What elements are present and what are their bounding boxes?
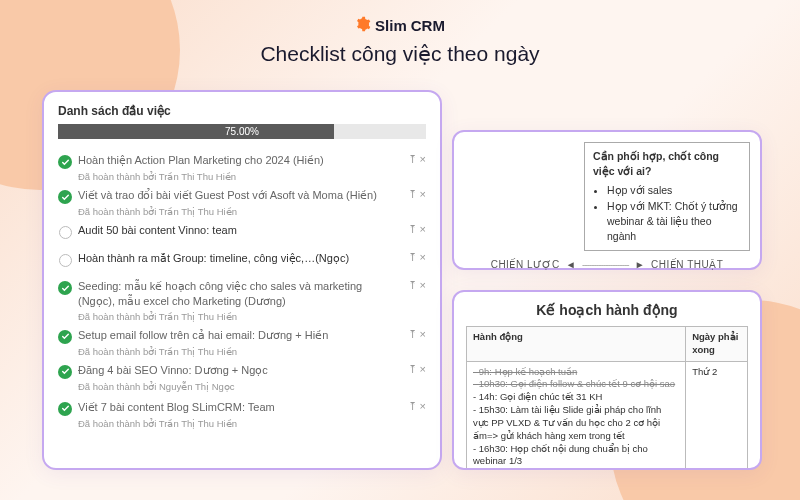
arrow-right-icon: ► — [635, 259, 645, 270]
close-icon[interactable]: × — [420, 153, 426, 166]
page-title: Checklist công việc theo ngày — [0, 42, 800, 66]
checkmark-icon[interactable] — [58, 330, 72, 344]
strategy-label: CHIẾN LƯỢC — [491, 259, 560, 270]
task-text[interactable]: Hoàn thiện Action Plan Marketing cho 202… — [78, 153, 402, 168]
plan-title: Kế hoạch hành động — [466, 302, 748, 318]
pin-icon[interactable]: ⤒ — [408, 188, 417, 201]
pin-icon[interactable]: ⤒ — [408, 279, 417, 292]
close-icon[interactable]: × — [420, 400, 426, 413]
task-row: Đăng 4 bài SEO Vinno: Dương + Ngọc ⤒× — [58, 359, 426, 383]
checkmark-icon[interactable] — [58, 365, 72, 379]
pin-icon[interactable]: ⤒ — [408, 363, 417, 376]
task-text[interactable]: Seeding: mẫu kế hoạch công việc cho sale… — [78, 279, 402, 309]
pin-icon[interactable]: ⤒ — [408, 251, 417, 264]
unchecked-icon[interactable] — [58, 225, 72, 239]
table-row: - 9h: Họp kế hoạch tuần - 10h30: Gọi điệ… — [467, 361, 748, 470]
collaboration-panel: Cần phối hợp, chốt công việc với ai? Họp… — [452, 130, 762, 270]
checklist-panel: Danh sách đầu việc 75.00% Hoàn thiện Act… — [42, 90, 442, 470]
task-text[interactable]: Hoàn thành ra mắt Group: timeline, công … — [78, 251, 402, 266]
action-plan-panel: Kế hoạch hành động Hành động Ngày phải x… — [452, 290, 762, 470]
checkmark-icon[interactable] — [58, 402, 72, 416]
collab-bullet: Họp với MKT: Chốt ý tưởng webinar & tài … — [607, 199, 741, 245]
checkmark-icon[interactable] — [58, 281, 72, 295]
col-header-date: Ngày phải xong — [686, 327, 748, 362]
task-row: Hoàn thành ra mắt Group: timeline, công … — [58, 247, 426, 271]
task-text[interactable]: Setup email follow trên cả hai email: Dư… — [78, 328, 402, 343]
task-row: Seeding: mẫu kế hoạch công việc cho sale… — [58, 275, 426, 313]
plan-line: - 10h30: Gọi điện follow & chúc tết 9 cơ… — [473, 378, 679, 391]
col-header-action: Hành động — [467, 327, 686, 362]
brand-name-bold: CRM — [411, 17, 445, 34]
task-text[interactable]: Đăng 4 bài SEO Vinno: Dương + Ngọc — [78, 363, 402, 378]
gear-icon — [355, 16, 371, 35]
plan-date: Thứ 2 — [686, 361, 748, 470]
close-icon[interactable]: × — [420, 223, 426, 236]
arrow-left-icon: ◄ — [566, 259, 576, 270]
plan-line: - 9h: Họp kế hoạch tuần — [473, 366, 679, 379]
pin-icon[interactable]: ⤒ — [408, 223, 417, 236]
strategy-tactic-arrow: CHIẾN LƯỢC ◄ -------------------- ► CHIẾ… — [464, 251, 750, 270]
close-icon[interactable]: × — [420, 363, 426, 376]
tactic-label: CHIẾN THUẬT — [651, 259, 723, 270]
task-row: Viết 7 bài content Blog SLimCRM: Team ⤒× — [58, 396, 426, 420]
task-row: Viết và trao đổi bài viết Guest Post với… — [58, 184, 426, 208]
task-row: Setup email follow trên cả hai email: Dư… — [58, 324, 426, 348]
task-row: Hoàn thiện Action Plan Marketing cho 202… — [58, 149, 426, 173]
task-text[interactable]: Viết 7 bài content Blog SLimCRM: Team — [78, 400, 402, 415]
unchecked-icon[interactable] — [58, 253, 72, 267]
close-icon[interactable]: × — [420, 328, 426, 341]
close-icon[interactable]: × — [420, 251, 426, 264]
close-icon[interactable]: × — [420, 279, 426, 292]
progress-label: 75.00% — [58, 124, 426, 139]
collab-bullet: Họp với sales — [607, 183, 741, 198]
plan-line: - 16h30: Họp chốt nội dung chuẩn bị cho … — [473, 443, 679, 469]
collab-heading: Cần phối hợp, chốt công việc với ai? — [593, 149, 741, 179]
task-text[interactable]: Viết và trao đổi bài viết Guest Post với… — [78, 188, 402, 203]
plan-line: - 14h: Gọi điện chúc tết 31 KH — [473, 391, 679, 404]
checkmark-icon[interactable] — [58, 155, 72, 169]
close-icon[interactable]: × — [420, 188, 426, 201]
pin-icon[interactable]: ⤒ — [408, 400, 417, 413]
progress-bar[interactable]: 75.00% — [58, 124, 426, 139]
plan-line: - 15h30: Làm tài liệu Slide giải pháp ch… — [473, 404, 679, 442]
pin-icon[interactable]: ⤒ — [408, 328, 417, 341]
task-text[interactable]: Audit 50 bài content Vinno: team — [78, 223, 402, 238]
brand-logo: SlimCRM — [0, 16, 800, 36]
brand-name-normal: Slim — [375, 17, 407, 34]
task-row: Audit 50 bài content Vinno: team ⤒× — [58, 219, 426, 243]
pin-icon[interactable]: ⤒ — [408, 153, 417, 166]
checkmark-icon[interactable] — [58, 190, 72, 204]
plan-table: Hành động Ngày phải xong - 9h: Họp kế ho… — [466, 326, 748, 470]
checklist-header: Danh sách đầu việc — [58, 104, 426, 118]
